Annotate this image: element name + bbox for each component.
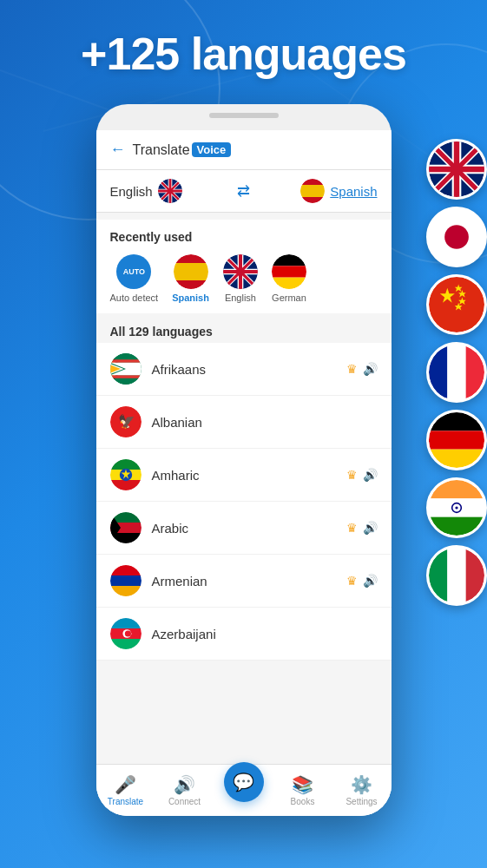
german-label: German	[272, 293, 306, 303]
nav-books[interactable]: 📚 Books	[273, 769, 332, 812]
premium-icon: ♛	[346, 521, 358, 535]
source-language-button[interactable]: English	[110, 179, 231, 203]
svg-rect-98	[110, 586, 141, 596]
phone-notch	[209, 113, 279, 118]
english-flag	[223, 254, 258, 289]
recent-item-german[interactable]: German	[272, 254, 306, 303]
list-item-albanian[interactable]: 🦅 Albanian	[96, 396, 392, 449]
svg-rect-96	[110, 565, 141, 575]
svg-rect-97	[110, 575, 141, 586]
svg-rect-67	[272, 278, 306, 289]
premium-icon: ♛	[346, 574, 358, 588]
svg-point-11	[444, 225, 469, 249]
recent-item-spanish[interactable]: Spanish	[172, 254, 209, 303]
svg-rect-20	[447, 345, 465, 400]
list-item-afrikaans[interactable]: Afrikaans ♛ 🔊	[96, 343, 392, 396]
all-languages-section-header: All 129 languages	[96, 313, 392, 343]
arabic-flag	[110, 512, 141, 543]
svg-rect-29	[429, 517, 484, 536]
nav-settings[interactable]: ⚙️ Settings	[332, 769, 392, 812]
recent-items-list: AUTO Auto detect Spanish	[110, 254, 378, 303]
svg-rect-34	[447, 548, 465, 603]
auto-detect-icon: AUTO	[116, 254, 151, 289]
list-item-armenian[interactable]: Armenian ♛ 🔊	[96, 555, 392, 608]
app-bar: ← Translate Voice	[96, 130, 392, 170]
nav-translate[interactable]: 🎤 Translate	[96, 769, 155, 812]
afrikaans-icons: ♛ 🔊	[346, 362, 378, 376]
recent-item-auto[interactable]: AUTO Auto detect	[110, 254, 159, 303]
list-item-azerbaijani[interactable]: Azerbaijani	[96, 608, 392, 661]
svg-rect-51	[174, 254, 208, 263]
floating-flag-france	[426, 342, 487, 403]
arabic-icons: ♛ 🔊	[346, 521, 378, 535]
recently-used-title: Recently used	[110, 230, 378, 244]
svg-rect-24	[429, 431, 484, 449]
voice-icon: 🔊	[363, 362, 378, 376]
amharic-name: Amharic	[152, 468, 346, 483]
svg-point-12	[429, 277, 484, 332]
svg-rect-73	[110, 378, 141, 385]
german-flag	[272, 254, 306, 289]
phone-screen: ← Translate Voice English	[96, 130, 392, 816]
nav-center[interactable]: 💬	[214, 774, 273, 807]
floating-flag-uk	[426, 139, 487, 200]
source-language-flag	[158, 179, 182, 203]
svg-rect-65	[272, 254, 306, 266]
amharic-flag	[110, 459, 141, 490]
nav-connect-label: Connect	[168, 797, 201, 806]
settings-icon: ⚙️	[351, 774, 372, 795]
language-selector[interactable]: English	[96, 170, 392, 213]
language-list: Afrikaans ♛ 🔊 🦅 Albanian	[96, 343, 392, 661]
nav-connect[interactable]: 🔊 Connect	[155, 769, 214, 812]
list-item-amharic[interactable]: Amharic ♛ 🔊	[96, 449, 392, 502]
list-item-arabic[interactable]: Arabic ♛ 🔊	[96, 502, 392, 555]
recent-item-english[interactable]: English	[223, 254, 258, 303]
albanian-name: Albanian	[152, 415, 378, 430]
floating-flags	[426, 139, 487, 613]
azerbaijani-flag	[110, 618, 141, 649]
center-icon: 💬	[233, 772, 254, 792]
connect-icon: 🔊	[174, 774, 195, 795]
swap-languages-button[interactable]: ⇄	[237, 181, 250, 201]
recently-used-section: Recently used AUTO Auto detect	[96, 220, 392, 313]
svg-rect-27	[429, 480, 484, 498]
phone: ← Translate Voice English	[96, 104, 392, 816]
books-icon: 📚	[292, 774, 313, 795]
voice-icon: 🔊	[363, 521, 378, 535]
target-language-button[interactable]: Spanish	[257, 179, 378, 203]
floating-flag-india	[426, 477, 487, 538]
armenian-icons: ♛ 🔊	[346, 574, 378, 588]
target-language-flag	[300, 179, 325, 203]
armenian-flag	[110, 565, 141, 596]
azerbaijani-name: Azerbaijani	[152, 627, 378, 641]
english-label: English	[225, 293, 256, 303]
svg-rect-47	[300, 179, 325, 185]
nav-translate-label: Translate	[108, 797, 143, 806]
all-languages-title: All 129 languages	[110, 325, 213, 339]
armenian-name: Armenian	[152, 574, 346, 589]
translate-icon: 🎤	[115, 774, 136, 795]
svg-rect-84	[110, 459, 141, 470]
floating-flag-italy	[426, 545, 487, 606]
svg-rect-52	[174, 263, 208, 280]
afrikaans-flag	[110, 353, 141, 385]
svg-rect-49	[300, 197, 325, 203]
logo-translate-text: Translate	[133, 142, 190, 158]
svg-rect-100	[110, 618, 141, 628]
back-button[interactable]: ←	[110, 141, 126, 159]
nav-books-label: Books	[291, 797, 315, 806]
albanian-flag: 🦅	[110, 406, 141, 437]
afrikaans-name: Afrikaans	[152, 362, 346, 377]
svg-rect-19	[429, 345, 447, 400]
bottom-navigation: 🎤 Translate 🔊 Connect 💬 📚 Books ⚙️ Setti…	[96, 764, 392, 816]
svg-rect-75	[110, 375, 141, 378]
app-logo: Translate Voice	[133, 142, 232, 158]
premium-icon: ♛	[346, 468, 358, 482]
svg-rect-72	[110, 353, 141, 359]
center-button[interactable]: 💬	[224, 762, 264, 802]
spanish-label: Spanish	[172, 293, 209, 303]
svg-rect-21	[466, 345, 484, 400]
source-language-label: English	[110, 184, 153, 199]
premium-icon: ♛	[346, 362, 358, 376]
amharic-icons: ♛ 🔊	[346, 468, 378, 482]
